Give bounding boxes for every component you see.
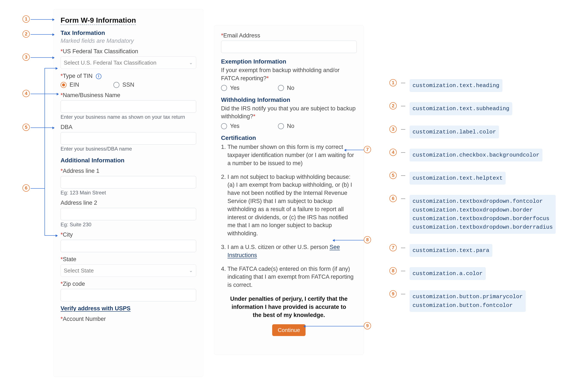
form-card-left: Form W-9 Information Tax Information Mar… [53,9,203,377]
radio-icon [61,82,67,88]
email-label-text: Email Address [223,32,260,39]
city-label-text: City [63,231,73,238]
business-name-label: *Name/Business Name [61,92,196,98]
annotation-marker-8: 8 [364,236,371,243]
addr1-input[interactable] [61,176,196,189]
annotation-connector [333,240,364,241]
tin-type-label: *Type of TIN i [61,73,196,79]
zip-label: *Zip code [61,281,196,287]
annotation-marker-1: 1 [23,15,30,23]
dash-icon [401,152,405,153]
business-name-input[interactable] [61,100,196,113]
state-select[interactable]: Select State [61,264,196,277]
addr1-label-text: Address line 1 [63,168,99,174]
dba-input[interactable] [61,132,196,145]
doc-marker-7: 7 [390,244,397,251]
addr1-help: Eg: 123 Main Street [61,190,196,196]
doc-token-7: customization.text.para [410,244,492,257]
classification-label: *US Federal Tax Classification [61,48,196,55]
tin-ein-label: EIN [70,81,79,88]
tin-type-ssn[interactable]: SSN [113,81,134,88]
info-icon[interactable]: i [96,73,101,79]
doc-marker-2: 2 [390,102,397,110]
annotation-connector [31,34,54,35]
addr2-input[interactable] [61,208,196,220]
annotation-connector [45,235,57,236]
tin-type-radio-group: EIN SSN [61,81,196,88]
exemption-yes-label: Yes [230,85,240,91]
doc-marker-6: 6 [390,195,397,202]
email-input[interactable] [221,41,357,53]
annotation-connector [31,19,54,20]
annotation-connector [31,57,54,58]
cert-item-4: The FATCA cade(s) entered on this form (… [227,265,357,289]
exemption-subheading: Exemption Information [221,58,357,65]
dash-icon [401,248,405,248]
tin-type-label-text: Type of TIN [63,73,93,79]
radio-icon [278,85,284,91]
city-label: *City [61,231,196,238]
annotation-connector [31,127,54,128]
account-label: *Account Number [61,316,196,322]
addr1-label: *Address line 1 [61,168,196,174]
customization-docs: 1 customization.text.heading 2 customiza… [390,79,573,322]
zip-input[interactable] [61,289,196,301]
annotation-marker-7: 7 [364,146,371,153]
certification-subheading: Certification [221,135,357,141]
exemption-no[interactable]: No [278,85,294,91]
city-input[interactable] [61,240,196,252]
certification-list: The number shown on this form is my corr… [221,143,357,289]
classification-select[interactable]: Select U.S. Federal Tax Classification [61,56,196,69]
email-label: *Email Address [221,32,357,39]
withholding-radio-group: Yes No [221,123,357,129]
dash-icon [401,129,405,130]
addr2-label: Address line 2 [61,199,196,206]
doc-token-6: customization.textboxdropdown.fontcolor … [410,195,556,234]
withholding-yes[interactable]: Yes [221,123,240,129]
state-label: *State [61,256,196,263]
dash-icon [401,271,405,271]
doc-token-4: customization.checkbox.backgroundcolor [410,149,542,162]
doc-marker-5: 5 [390,172,397,179]
cert-item-1: The number shown on this form is my corr… [227,143,357,167]
annotation-marker-6: 6 [23,184,30,192]
additional-info-subheading: Additional Information [61,157,196,164]
annotation-connector [344,150,364,150]
continue-button[interactable]: Continue [272,324,306,336]
annotation-marker-4: 4 [23,90,30,97]
dba-label: DBA [61,124,196,130]
withholding-no-label: No [287,123,294,129]
annotation-connector [31,188,45,189]
annotation-marker-5: 5 [23,124,30,131]
doc-token-8: customization.a.color [410,267,486,280]
doc-token-1: customization.text.heading [410,79,502,92]
doc-marker-9: 9 [390,290,397,297]
page-title: Form W-9 Information [61,16,196,24]
tax-info-subheading: Tax Information [61,29,196,36]
doc-token-9: customization.button.primarycolor custom… [410,290,526,312]
exemption-yes[interactable]: Yes [221,85,240,91]
dash-icon [401,106,405,106]
doc-marker-4: 4 [390,149,397,156]
withholding-no[interactable]: No [278,123,294,129]
doc-token-5: customization.text.helptext [410,172,506,185]
radio-icon [113,82,119,88]
cert-item-3: I am a U.S. citizen or other U.S. person… [227,243,357,260]
annotation-connector [304,326,364,326]
addr2-help: Eg: Suite 230 [61,222,196,228]
cert-item-2: I am not subject to backup withholding b… [227,173,357,238]
annotation-marker-9: 9 [364,322,371,329]
radio-icon [221,85,227,91]
business-name-help: Enter your business name as shown on you… [61,114,196,120]
perjury-statement: Under penalties of perjury, I certify th… [227,295,350,319]
dash-icon [401,198,405,199]
withholding-question: Did the IRS notify you that you are subj… [221,105,357,121]
account-label-text: Account Number [63,316,106,322]
mandatory-note: Marked fields are Mandatory [61,38,196,44]
usps-verify-link[interactable]: Verify address with USPS [61,305,130,312]
cert-item-3-text: I am a U.S. citizen or other U.S. person [227,244,330,250]
zip-label-text: Zip code [63,281,85,287]
doc-marker-3: 3 [390,125,397,133]
tin-type-ein[interactable]: EIN [61,81,79,88]
classification-label-text: US Federal Tax Classification [63,48,138,54]
